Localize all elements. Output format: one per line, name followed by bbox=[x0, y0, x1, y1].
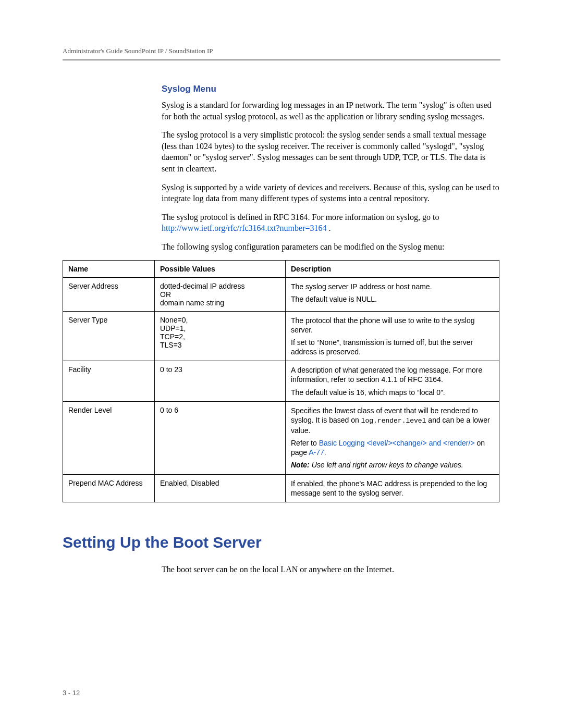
desc-line: Refer to Basic Logging <level/><change/>… bbox=[291, 438, 494, 457]
cell-desc: Specifies the lowest class of event that… bbox=[286, 401, 499, 474]
desc-line: The protocol that the phone will use to … bbox=[291, 316, 494, 335]
boot-p1: The boot server can be on the local LAN … bbox=[162, 564, 500, 575]
cell-values: dotted-decimal IP address OR domain name… bbox=[155, 277, 286, 311]
code-log-render-level: log.render.level bbox=[361, 417, 426, 425]
cell-values: None=0, UDP=1, TCP=2, TLS=3 bbox=[155, 311, 286, 361]
syslog-rfc-link[interactable]: http://www.ietf.org/rfc/rfc3164.txt?numb… bbox=[162, 224, 327, 232]
syslog-heading: Syslog Menu bbox=[162, 84, 500, 94]
desc-line: The syslog server IP address or host nam… bbox=[291, 282, 494, 291]
cell-name: Render Level bbox=[63, 401, 155, 474]
syslog-p3: Syslog is supported by a wide variety of… bbox=[162, 182, 500, 204]
cell-name: Prepend MAC Address bbox=[63, 474, 155, 502]
desc-line: If enabled, the phone's MAC address is p… bbox=[291, 479, 494, 498]
desc-line: The default value is NULL. bbox=[291, 294, 494, 304]
cell-desc: The syslog server IP address or host nam… bbox=[286, 277, 499, 311]
crossref-basic-logging[interactable]: Basic Logging <level/><change/> and <ren… bbox=[319, 439, 475, 447]
note-text: Use left and right arrow keys to change … bbox=[310, 461, 463, 469]
desc-line: Specifies the lowest class of event that… bbox=[291, 406, 494, 435]
desc-line: If set to “None”, transmission is turned… bbox=[291, 338, 494, 356]
cell-values: 0 to 23 bbox=[155, 361, 286, 402]
content-area: Syslog Menu Syslog is a standard for for… bbox=[162, 84, 500, 253]
cell-desc: The protocol that the phone will use to … bbox=[286, 311, 499, 361]
table-row: Server Address dotted-decimal IP address… bbox=[63, 277, 499, 311]
table-row: Server Type None=0, UDP=1, TCP=2, TLS=3 … bbox=[63, 311, 499, 361]
desc-note: Note: Use left and right arrow keys to c… bbox=[291, 460, 494, 470]
syslog-p5: The following syslog configuration param… bbox=[162, 241, 500, 253]
cell-name: Server Type bbox=[63, 311, 155, 361]
cell-desc: A description of what generated the log … bbox=[286, 361, 499, 402]
table-row: Prepend MAC Address Enabled, Disabled If… bbox=[63, 474, 499, 502]
syslog-p1: Syslog is a standard for forwarding log … bbox=[162, 100, 500, 122]
th-values: Possible Values bbox=[155, 260, 286, 277]
th-name: Name bbox=[63, 260, 155, 277]
th-desc: Description bbox=[286, 260, 499, 277]
table-row: Render Level 0 to 6 Specifies the lowest… bbox=[63, 401, 499, 474]
cell-name: Facility bbox=[63, 361, 155, 402]
boot-body: The boot server can be on the local LAN … bbox=[162, 564, 500, 575]
table-row: Facility 0 to 23 A description of what g… bbox=[63, 361, 499, 402]
cell-values: 0 to 6 bbox=[155, 401, 286, 474]
desc-span: . bbox=[324, 448, 326, 456]
syslog-p2: The syslog protocol is a very simplistic… bbox=[162, 129, 500, 174]
desc-line: The default value is 16, which maps to “… bbox=[291, 388, 494, 397]
cell-desc: If enabled, the phone's MAC address is p… bbox=[286, 474, 499, 502]
syslog-param-table: Name Possible Values Description Server … bbox=[63, 260, 499, 503]
table-header-row: Name Possible Values Description bbox=[63, 260, 499, 277]
syslog-body: Syslog is a standard for forwarding log … bbox=[162, 100, 500, 253]
cell-name: Server Address bbox=[63, 277, 155, 311]
desc-span: Refer to bbox=[291, 439, 319, 447]
syslog-p4: The syslog protocol is defined in RFC 31… bbox=[162, 212, 500, 234]
syslog-p4-pre: The syslog protocol is defined in RFC 31… bbox=[162, 213, 439, 221]
boot-server-heading: Setting Up the Boot Server bbox=[63, 534, 500, 551]
syslog-p4-post: . bbox=[327, 224, 331, 232]
page: Administrator's Guide SoundPoint IP / So… bbox=[0, 0, 563, 728]
running-header: Administrator's Guide SoundPoint IP / So… bbox=[63, 47, 500, 60]
note-label: Note: bbox=[291, 461, 310, 469]
page-number: 3 - 12 bbox=[63, 689, 80, 697]
desc-line: A description of what generated the log … bbox=[291, 365, 494, 384]
crossref-page-a77[interactable]: A-77 bbox=[309, 448, 324, 456]
cell-values: Enabled, Disabled bbox=[155, 474, 286, 502]
